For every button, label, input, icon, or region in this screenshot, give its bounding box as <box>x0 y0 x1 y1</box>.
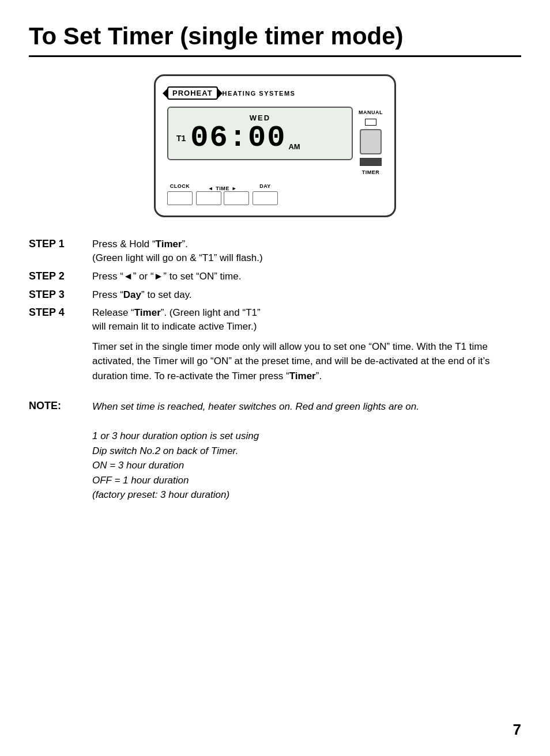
clock-label: CLOCK <box>170 183 190 189</box>
step-2-text: Press “◄” or “►” to set “ON” time. <box>92 270 241 284</box>
step-4-extra: Timer set in the single timer mode only … <box>92 339 521 384</box>
step-2-label: STEP 2 <box>29 270 81 282</box>
timer-label: TIMER <box>362 169 380 175</box>
clock-button[interactable] <box>167 191 193 205</box>
step-4-label: STEP 4 <box>29 306 81 319</box>
step-4-row: STEP 4 Release “Timer”. (Green light and… <box>29 306 521 334</box>
note-content: When set time is reached, heater switche… <box>92 399 419 502</box>
time-buttons <box>196 191 249 205</box>
page-title: To Set Timer (single timer mode) <box>29 23 521 50</box>
page-number: 7 <box>513 721 521 739</box>
steps-section: STEP 1 Press & Hold “Timer”. (Green ligh… <box>29 237 521 383</box>
day-label: DAY <box>259 183 271 189</box>
title-divider <box>29 55 521 57</box>
bottom-buttons: CLOCK ◄ TIME ► DAY <box>167 183 383 205</box>
time-back-button[interactable] <box>196 191 221 205</box>
main-button[interactable] <box>360 129 382 154</box>
step-2-row: STEP 2 Press “◄” or “►” to set “ON” time… <box>29 270 521 284</box>
lcd-t1: T1 <box>176 134 186 143</box>
proheat-logo: PROHEAT <box>167 86 218 100</box>
time-group: ◄ TIME ► <box>196 186 249 205</box>
time-fwd-button[interactable] <box>224 191 249 205</box>
lcd-time-row: T1 06:00 AM <box>176 123 344 153</box>
timer-button-dark[interactable] <box>360 158 382 166</box>
device-header: PROHEAT HEATING SYSTEMS <box>167 86 383 100</box>
heating-systems-text: HEATING SYSTEMS <box>223 90 296 97</box>
device-box: PROHEAT HEATING SYSTEMS WED T1 06:00 AM … <box>154 74 396 217</box>
step-1-text: Press & Hold “Timer”. (Green light will … <box>92 237 263 265</box>
note-line-2: 1 or 3 hour duration option is set using… <box>92 429 419 502</box>
time-label-row: ◄ TIME ► <box>208 186 237 191</box>
clock-group: CLOCK <box>167 183 193 205</box>
note-section: NOTE: When set time is reached, heater s… <box>29 399 521 502</box>
device-diagram: PROHEAT HEATING SYSTEMS WED T1 06:00 AM … <box>29 74 521 217</box>
step-1-label: STEP 1 <box>29 237 81 250</box>
day-group: DAY <box>253 183 278 205</box>
time-left-arrow: ◄ <box>208 186 213 191</box>
step-3-row: STEP 3 Press “Day” to set day. <box>29 288 521 302</box>
day-button[interactable] <box>253 191 278 205</box>
note-label: NOTE: <box>29 399 81 412</box>
note-line-1: When set time is reached, heater switche… <box>92 399 419 414</box>
right-controls: MANUAL TIMER <box>359 107 383 175</box>
lcd-display: WED T1 06:00 AM <box>167 107 353 160</box>
display-area: WED T1 06:00 AM MANUAL TIMER <box>167 107 383 175</box>
step-3-label: STEP 3 <box>29 288 81 301</box>
step-1-row: STEP 1 Press & Hold “Timer”. (Green ligh… <box>29 237 521 265</box>
time-right-arrow: ► <box>232 186 237 191</box>
time-label: TIME <box>216 186 229 191</box>
manual-indicator[interactable] <box>365 119 376 126</box>
step-3-text: Press “Day” to set day. <box>92 288 192 302</box>
lcd-ampm: AM <box>288 142 300 151</box>
manual-label: MANUAL <box>359 109 383 115</box>
step-4-text: Release “Timer”. (Green light and “T1” w… <box>92 306 261 334</box>
lcd-digits: 06:00 <box>190 123 286 153</box>
